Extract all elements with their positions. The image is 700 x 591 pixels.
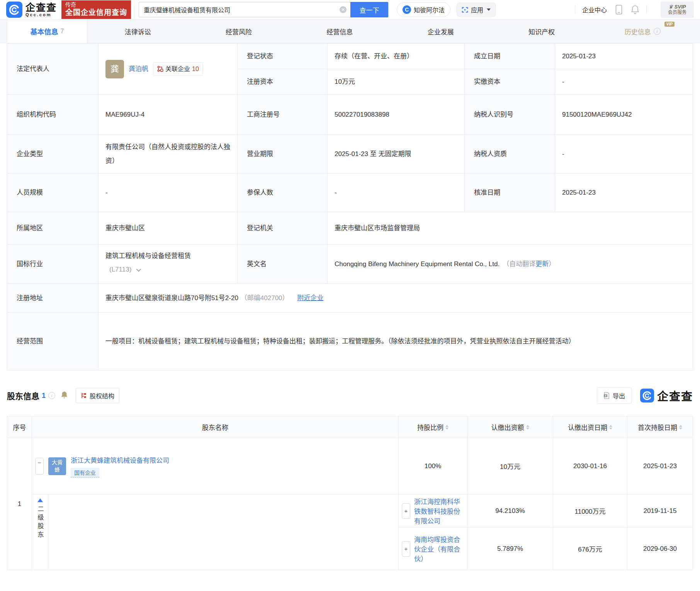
sort-icon[interactable]: [679, 425, 682, 430]
tab-label: 知识产权: [528, 27, 555, 36]
paid-capital-value: -: [555, 69, 693, 95]
svip-sub-label: 会员服务: [668, 10, 686, 15]
sub-amount: 676万元: [553, 528, 627, 570]
tab-company-development[interactable]: 企业发展: [390, 20, 491, 43]
paid-capital-label: 实缴资本: [465, 69, 555, 95]
shareholder-name-link[interactable]: 浙江海控南科华铁数智科技股份有限公司: [414, 496, 464, 525]
col-header-first-date[interactable]: 首次持股日期: [627, 416, 693, 438]
tab-history-info[interactable]: VIP 历史信息 i: [592, 20, 693, 43]
business-scope-label: 经营范围: [7, 312, 99, 370]
taxpayer-id-value: 91500120MAE969UJ42: [555, 95, 693, 135]
approval-date-label: 核准日期: [465, 173, 555, 212]
legal-rep-avatar[interactable]: 龚: [105, 60, 124, 78]
english-name-value: Chongqing Bifeng Machinery Equipment Ren…: [335, 259, 500, 269]
svip-crown-label: ♛ SVIP: [669, 4, 686, 10]
state-owned-tag[interactable]: 国有企业: [71, 468, 99, 477]
legal-rep-cell: 龚 龚泊帆 关联企业 10: [99, 44, 238, 95]
tab-label: 企业发展: [428, 27, 454, 36]
clear-search-icon[interactable]: ✕: [340, 6, 347, 13]
english-name-cell: Chongqing Bifeng Machinery Equipment Ren…: [328, 245, 693, 284]
biz-reg-no-label: 工商注册号: [238, 95, 328, 135]
sort-icon[interactable]: [526, 425, 529, 430]
brand-name: 企查查: [25, 2, 57, 12]
export-button[interactable]: X 导出: [597, 387, 632, 404]
taxpayer-quality-label: 纳税人资质: [465, 135, 555, 173]
svip-membership-button[interactable]: ♛ SVIP 会员服务: [661, 2, 694, 18]
col-header-date[interactable]: 认缴出资日期: [553, 416, 627, 438]
col-header-amount[interactable]: 认缴出资额: [467, 416, 553, 438]
legal-rep-name-link[interactable]: 龚泊帆: [129, 64, 148, 74]
staff-size-value: -: [99, 173, 238, 212]
insured-count-label: 参保人数: [238, 173, 328, 212]
expand-button[interactable]: +: [402, 541, 410, 557]
taxpayer-id-label: 纳税人识别号: [465, 95, 555, 135]
zhibi-alpha-button[interactable]: C 知彼阿尔法: [397, 2, 450, 17]
top-header: 企查查 Qcc.com 传奇 全国企业信用查询 ✕ 查一下 C 知彼阿尔法 应用: [0, 0, 700, 19]
main-ratio: 100%: [399, 438, 467, 494]
related-companies-button[interactable]: 关联企业 10: [153, 62, 203, 76]
tab-label: 历史信息: [625, 27, 651, 36]
mobile-app-icon[interactable]: [615, 5, 622, 15]
search-button[interactable]: 查一下: [350, 2, 388, 17]
sub-ratio: 5.7897%: [467, 528, 553, 570]
brand-domain: Qcc.com: [25, 12, 57, 17]
industry-label: 国标行业: [7, 245, 99, 284]
equity-tree-icon: [81, 392, 87, 399]
col-header-ratio[interactable]: 持股比例: [399, 416, 467, 438]
company-type-label: 企业类型: [7, 135, 99, 173]
tab-operation-info[interactable]: 经营信息: [289, 20, 390, 43]
reg-address-postcode: （邮编402700）: [241, 293, 289, 303]
chevron-down-icon[interactable]: [136, 267, 141, 272]
collapse-triangle-icon[interactable]: [37, 498, 43, 502]
monitor-bell-icon[interactable]: [61, 391, 68, 401]
industry-code: (L7113): [109, 266, 131, 273]
sort-icon[interactable]: [445, 425, 449, 430]
reg-status-label: 登记状态: [238, 44, 328, 69]
chevron-down-icon: [487, 8, 491, 11]
shareholder-avatar: 大黄蜂: [48, 457, 66, 475]
secondary-group-strip: 二级股东: [32, 494, 48, 570]
apps-dropdown[interactable]: 应用: [457, 3, 496, 17]
shareholder-name-link[interactable]: 浙江大黄蜂建筑机械设备有限公司: [71, 455, 169, 465]
shareholders-header: 股东信息 1 i 股权结构 X 导出: [7, 387, 693, 404]
equity-structure-label: 股权结构: [90, 391, 114, 400]
tab-label: 经营信息: [326, 27, 353, 36]
info-icon[interactable]: i: [48, 392, 55, 399]
info-icon[interactable]: i: [654, 28, 661, 35]
basic-info-table: 法定代表人 龚 龚泊帆 关联企业 10 登记状态 存续（在营、开业、在册） 成立…: [7, 43, 693, 370]
translate-update-link[interactable]: 更新: [535, 260, 549, 268]
expand-button[interactable]: +: [402, 503, 410, 519]
sub-amount: 11000万元: [553, 494, 627, 528]
shareholder-name-link[interactable]: 海南均晖投资合伙企业（有限合伙）: [414, 534, 464, 563]
sub-date: 2019-11-15: [627, 494, 693, 528]
tab-intellectual-property[interactable]: 知识产权: [491, 20, 592, 43]
promo-banner: 传奇 全国企业信用查询: [61, 0, 131, 19]
collapse-button[interactable]: −: [35, 458, 44, 475]
tab-basic-info[interactable]: 基本信息 7: [7, 20, 87, 43]
qcc-logo[interactable]: 企查查 Qcc.com: [6, 2, 57, 18]
search-input[interactable]: [144, 6, 340, 13]
equity-structure-button[interactable]: 股权结构: [76, 388, 119, 403]
tab-legal-litigation[interactable]: 法律诉讼: [87, 20, 188, 43]
qcc-watermark-logo: 企查查: [640, 387, 693, 404]
nearby-companies-link[interactable]: 附近企业: [297, 293, 324, 303]
reg-address-cell: 重庆市璧山区璧泉街道泉山路70号附51号2-20 （邮编402700） 附近企业: [99, 284, 693, 312]
establish-date-label: 成立日期: [465, 44, 555, 69]
biz-term-label: 营业期限: [238, 135, 328, 173]
sub-first-date-empty: [48, 494, 399, 570]
translate-note: （自动翻译更新）: [503, 259, 555, 269]
export-label: 导出: [613, 391, 625, 400]
shareholders-table: 序号 股东名称 持股比例 认缴出资额 认缴出资日期 首次持股日期 1 − 大黄蜂…: [7, 416, 693, 570]
zhibi-alpha-icon: C: [403, 5, 411, 14]
approval-date-value: 2025-01-23: [555, 173, 693, 212]
notification-bell-icon[interactable]: [631, 5, 639, 14]
qcc-brand-text: 企查查: [657, 387, 693, 404]
tab-operation-risk[interactable]: 经营风险: [188, 20, 289, 43]
reg-authority-value: 重庆市璧山区市场监督管理局: [328, 212, 693, 245]
qcc-logo-icon: [6, 2, 22, 18]
sort-icon[interactable]: [609, 425, 612, 430]
vip-badge: VIP: [664, 22, 675, 27]
main-shareholder-cell: − 大黄蜂 浙江大黄蜂建筑机械设备有限公司 国有企业: [32, 438, 399, 494]
divider: [575, 5, 575, 14]
enterprise-center-link[interactable]: 企业中心: [582, 5, 607, 14]
